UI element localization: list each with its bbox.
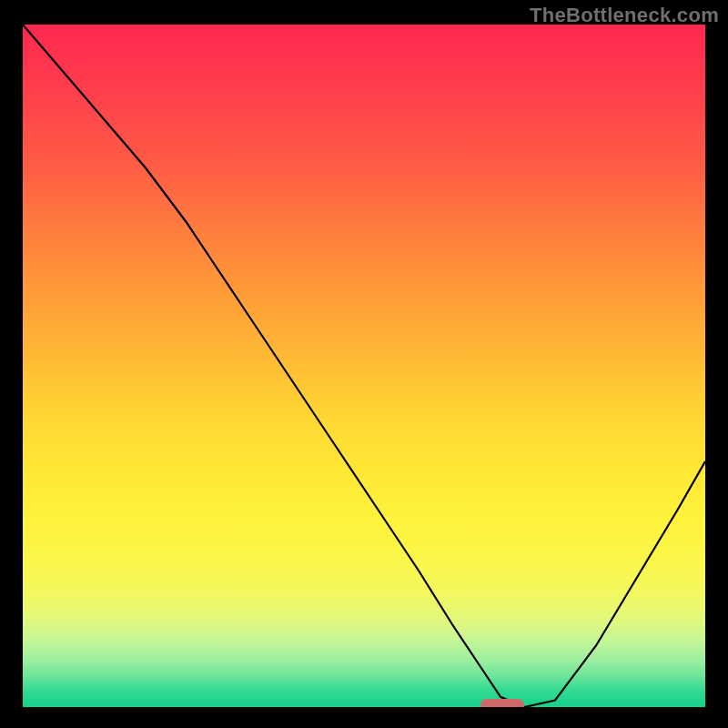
optimal-range-marker [480,699,525,707]
chart-frame: TheBottleneck.com [0,0,728,728]
plot-area [23,25,705,707]
watermark-text: TheBottleneck.com [530,4,719,27]
bottleneck-curve [23,25,705,707]
